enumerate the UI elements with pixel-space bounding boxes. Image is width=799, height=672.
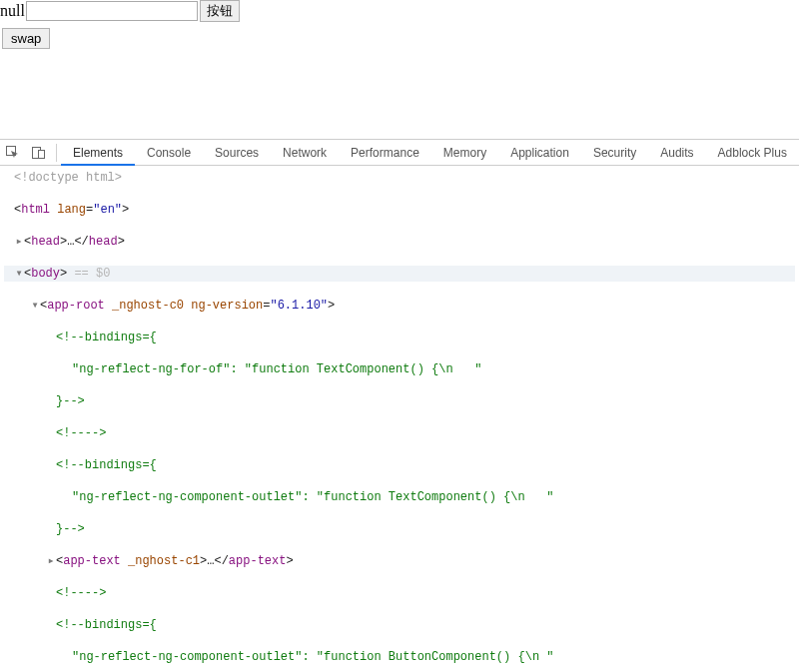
top-row: null 按钮 — [0, 0, 799, 22]
source-line[interactable]: "ng-reflect-ng-component-outlet": "funct… — [4, 489, 795, 505]
devtools-elements-source[interactable]: <!doctype html> <html lang="en"> ▸<head>… — [0, 166, 799, 672]
devtools-panel: ElementsConsoleSourcesNetworkPerformance… — [0, 139, 799, 672]
device-toolbar-icon[interactable] — [26, 140, 52, 166]
page-content: null 按钮 swap — [0, 0, 799, 49]
divider — [56, 144, 57, 162]
source-line[interactable]: <!--bindings={ — [4, 330, 795, 345]
source-line[interactable]: }--> — [4, 393, 795, 409]
caret-placeholder — [46, 330, 56, 345]
caret-placeholder — [62, 361, 72, 377]
source-line[interactable]: ▸<head>…</head> — [4, 234, 795, 250]
expand-caret-icon[interactable]: ▸ — [46, 553, 56, 569]
caret-placeholder — [46, 585, 56, 601]
source-line[interactable]: }--> — [4, 521, 795, 537]
expand-caret-icon[interactable]: ▾ — [30, 298, 40, 314]
devtools-tab-sources[interactable]: Sources — [203, 140, 271, 166]
devtools-tab-audits[interactable]: Audits — [648, 140, 705, 166]
devtools-tab-application[interactable]: Application — [498, 140, 581, 166]
null-text: null — [0, 2, 25, 20]
source-line[interactable]: "ng-reflect-ng-component-outlet": "funct… — [4, 649, 795, 665]
caret-placeholder — [4, 170, 14, 186]
caret-placeholder — [46, 457, 56, 473]
source-line[interactable]: <!doctype html> — [4, 170, 795, 186]
devtools-tabbar: ElementsConsoleSourcesNetworkPerformance… — [0, 140, 799, 166]
source-line[interactable]: ▾<body> == $0 — [4, 266, 795, 282]
source-line[interactable]: ▸<app-text _nghost-c1>…</app-text> — [4, 553, 795, 569]
caret-placeholder — [46, 425, 56, 441]
caret-placeholder — [46, 521, 56, 537]
source-line[interactable]: ▾<app-root _nghost-c0 ng-version="6.1.10… — [4, 298, 795, 314]
swap-row: swap — [0, 28, 799, 49]
caret-placeholder — [4, 202, 14, 218]
source-line[interactable]: <!--bindings={ — [4, 617, 795, 633]
caret-placeholder — [46, 617, 56, 633]
expand-caret-icon[interactable]: ▸ — [14, 234, 24, 250]
generic-button[interactable]: 按钮 — [200, 0, 240, 22]
caret-placeholder — [62, 649, 72, 665]
caret-placeholder — [62, 489, 72, 505]
devtools-tab-memory[interactable]: Memory — [431, 140, 498, 166]
devtools-tab-network[interactable]: Network — [271, 140, 339, 166]
text-input[interactable] — [26, 1, 198, 21]
source-line[interactable]: <!----> — [4, 585, 795, 601]
spacer — [0, 49, 799, 139]
source-line[interactable]: "ng-reflect-ng-for-of": "function TextCo… — [4, 361, 795, 377]
devtools-tab-adblock-plus[interactable]: Adblock Plus — [706, 140, 799, 166]
devtools-tab-console[interactable]: Console — [135, 140, 203, 166]
swap-button[interactable]: swap — [2, 28, 50, 49]
source-line[interactable]: <html lang="en"> — [4, 202, 795, 218]
svg-rect-2 — [39, 150, 45, 158]
source-line[interactable]: <!----> — [4, 425, 795, 441]
source-line[interactable]: <!--bindings={ — [4, 457, 795, 473]
devtools-tab-security[interactable]: Security — [581, 140, 648, 166]
inspect-icon[interactable] — [0, 140, 26, 166]
caret-placeholder — [46, 393, 56, 409]
devtools-tab-elements[interactable]: Elements — [61, 140, 135, 166]
devtools-tab-performance[interactable]: Performance — [339, 140, 431, 166]
expand-caret-icon[interactable]: ▾ — [14, 266, 24, 282]
